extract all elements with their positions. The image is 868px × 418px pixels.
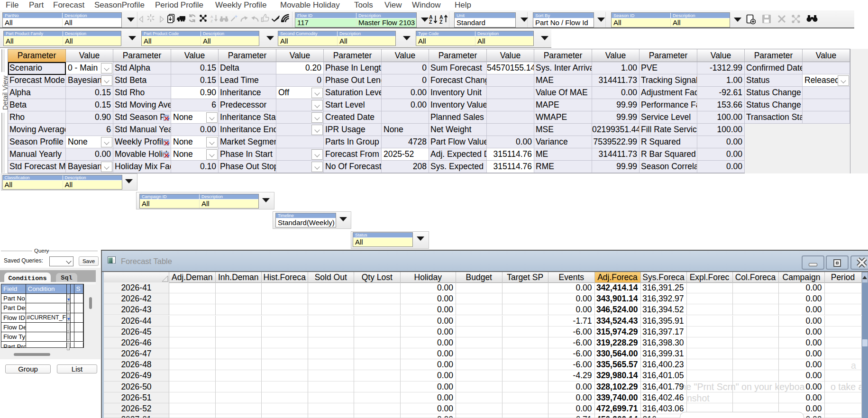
svg-text:Z: Z — [210, 19, 213, 23]
svg-text:Z: Z — [439, 19, 443, 24]
svg-text:Z: Z — [429, 19, 432, 24]
